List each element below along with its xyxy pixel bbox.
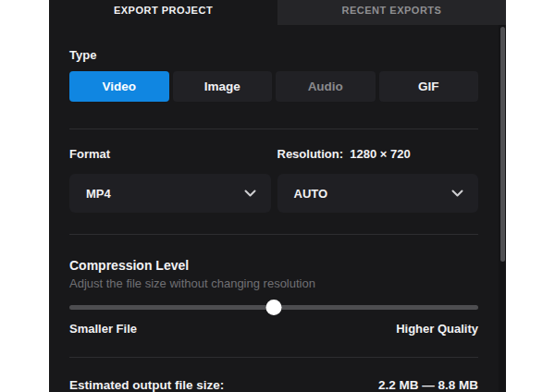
chevron-down-icon: [451, 190, 463, 197]
resolution-dropdown[interactable]: AUTO: [278, 174, 479, 213]
type-button-group: Video Image Audio GIF: [69, 71, 478, 102]
resolution-label: Resolution: 1280 × 720: [278, 147, 479, 162]
type-image-button[interactable]: Image: [173, 71, 273, 102]
scrollbar-thumb[interactable]: [500, 27, 505, 262]
export-tabbar: EXPORT PROJECT RECENT EXPORTS: [49, 0, 506, 25]
chevron-down-icon: [244, 190, 256, 197]
type-video-button[interactable]: Video: [69, 71, 169, 102]
compression-slider[interactable]: [69, 300, 478, 315]
compression-slider-thumb[interactable]: [266, 300, 282, 315]
higher-quality-label: Higher Quality: [396, 322, 478, 337]
smaller-file-label: Smaller File: [69, 322, 137, 337]
resolution-column: Resolution: 1280 × 720 AUTO: [278, 147, 479, 213]
type-audio-button[interactable]: Audio: [276, 71, 376, 102]
export-dialog-content: Type Video Image Audio GIF Format MP4 Re…: [49, 48, 506, 392]
compression-level-title: Compression Level: [69, 257, 478, 274]
format-label: Format: [69, 147, 271, 162]
type-label: Type: [69, 48, 478, 63]
export-dialog: EXPORT PROJECT RECENT EXPORTS Type Video…: [49, 0, 506, 392]
format-row: Format MP4 Resolution: 1280 × 720 AUTO: [69, 147, 478, 213]
tab-export-project[interactable]: EXPORT PROJECT: [49, 0, 278, 25]
divider: [69, 357, 478, 358]
compression-level-subtitle: Adjust the file size without changing re…: [69, 276, 478, 291]
estimated-size-row: Estimated output file size: 2.2 MB — 8.8…: [69, 377, 478, 392]
format-dropdown[interactable]: MP4: [69, 174, 271, 213]
divider: [69, 129, 478, 129]
compression-slider-labels: Smaller File Higher Quality: [69, 322, 478, 337]
estimated-size-value: 2.2 MB — 8.8 MB: [378, 377, 478, 392]
format-column: Format MP4: [69, 147, 271, 213]
resolution-dropdown-value: AUTO: [294, 187, 328, 201]
tab-recent-exports[interactable]: RECENT EXPORTS: [278, 0, 506, 25]
resolution-value-text: 1280 × 720: [350, 147, 410, 161]
resolution-label-text: Resolution:: [278, 147, 344, 161]
divider: [69, 234, 478, 235]
format-dropdown-value: MP4: [86, 187, 111, 201]
estimated-size-label: Estimated output file size:: [69, 377, 224, 392]
tab-export-project-label: EXPORT PROJECT: [114, 5, 213, 16]
tab-recent-exports-label: RECENT EXPORTS: [342, 5, 442, 16]
type-gif-button[interactable]: GIF: [379, 71, 479, 102]
